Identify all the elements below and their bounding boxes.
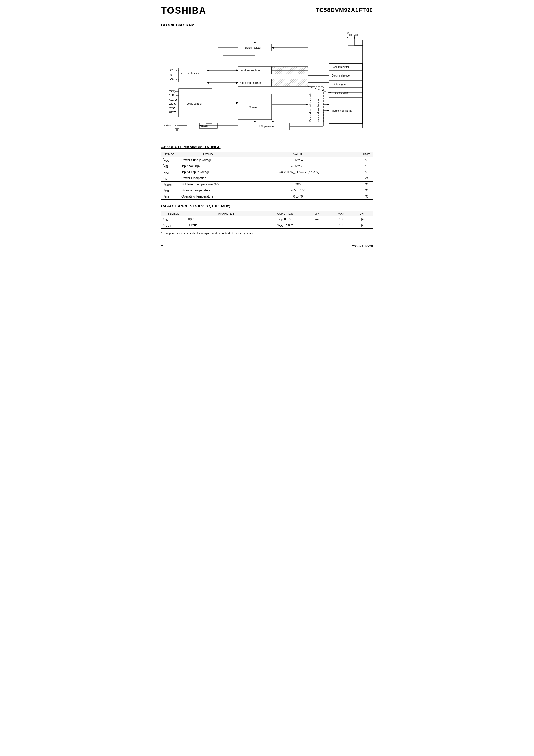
- svg-point-42: [175, 124, 177, 126]
- unit-pd: W: [360, 175, 373, 181]
- table-row: Tstg Storage Temperature −55 to 150 °C: [161, 187, 373, 193]
- symbol-topr: Topr: [161, 193, 179, 199]
- svg-text:RY/BY: RY/BY: [164, 124, 171, 127]
- rating-pd: Power Dissipation: [179, 175, 236, 181]
- svg-text:Command register: Command register: [240, 81, 262, 84]
- svg-text:Address register: Address register: [241, 69, 260, 72]
- value-tsolder: 260: [236, 181, 360, 187]
- svg-text:Status register: Status register: [245, 46, 261, 49]
- svg-text:Column buffer: Column buffer: [333, 66, 349, 68]
- svg-text:Data register: Data register: [333, 83, 348, 86]
- table-row: Tsolder Soldering Temperature (10s) 260 …: [161, 181, 373, 187]
- svg-text:CLE: CLE: [169, 94, 174, 97]
- value-vin: −0.6 to 4.6: [236, 163, 360, 169]
- svg-text:I/O Control circuit: I/O Control circuit: [180, 72, 199, 75]
- cap-unit-cin: pF: [353, 216, 373, 222]
- unit-topr: °C: [360, 193, 373, 199]
- table-row: VCC Power Supply Voltage −0.6 to 4.6 V: [161, 157, 373, 163]
- unit-vcc: V: [360, 157, 373, 163]
- block-diagram: VCC VSS I/O1 to I/O8 I/O Control circuit…: [161, 30, 373, 138]
- cap-max-cin: 10: [329, 216, 353, 222]
- value-topr: 0 to 70: [236, 193, 360, 199]
- cap-symbol-cin: CIN: [161, 216, 185, 222]
- table-row: COUT Output VOUT = 0 V — 10 pF: [161, 222, 373, 228]
- cap-col-parameter: PARAMETER: [185, 211, 265, 216]
- rating-tstg: Storage Temperature: [179, 187, 236, 193]
- cap-param-cin: Input: [185, 216, 265, 222]
- svg-text:HV generator: HV generator: [259, 125, 275, 128]
- cap-cond-cout: VOUT = 0 V: [265, 222, 305, 228]
- cap-col-symbol: SYMB0L: [161, 211, 185, 216]
- rating-vio: Input/Output Voltage: [179, 169, 236, 175]
- svg-text:WE: WE: [169, 102, 173, 105]
- svg-text:Row address decoder: Row address decoder: [317, 99, 320, 122]
- svg-text:I/O1: I/O1: [169, 69, 174, 72]
- svg-text:Control: Control: [249, 106, 257, 109]
- page-header: TOSHIBA TC58DVM92A1FT00: [161, 5, 373, 18]
- unit-vin: V: [360, 163, 373, 169]
- footer-date: 2003- 1 10-28: [352, 244, 373, 248]
- svg-text:Logic control: Logic control: [187, 102, 201, 105]
- svg-text:I/O8: I/O8: [169, 78, 174, 81]
- svg-text:RE: RE: [169, 107, 173, 109]
- cap-col-unit: UNIT: [353, 211, 373, 216]
- value-vio: −0.6 V to VCC + 0.3 V (≤ 4.6 V): [236, 169, 360, 175]
- symbol-tsolder: Tsolder: [161, 181, 179, 187]
- col-value: VALUE: [236, 152, 360, 157]
- svg-point-18: [174, 91, 175, 92]
- svg-text:to: to: [170, 73, 173, 76]
- unit-tstg: °C: [360, 187, 373, 193]
- cap-min-cin: —: [305, 216, 329, 222]
- symbol-vio: VI/O: [161, 169, 179, 175]
- svg-text:Memory cell array: Memory cell array: [332, 109, 352, 112]
- abs-max-table: SYMBOL RATING VALUE UNIT VCC Power Suppl…: [161, 151, 373, 200]
- rating-vin: Input Voltage: [179, 163, 236, 169]
- col-unit: UNIT: [360, 152, 373, 157]
- cap-min-cout: —: [305, 222, 329, 228]
- svg-point-25: [175, 99, 176, 100]
- rating-topr: Operating Temperature: [179, 193, 236, 199]
- svg-point-32: [174, 107, 175, 109]
- value-tstg: −55 to 150: [236, 187, 360, 193]
- svg-text:Column decoder: Column decoder: [332, 74, 351, 77]
- svg-text:WP: WP: [169, 111, 173, 114]
- table-row: CIN Input VIN = 0 V — 10 pF: [161, 216, 373, 222]
- table-row: PD Power Dissipation 0.3 W: [161, 175, 373, 181]
- cap-max-cout: 10: [329, 222, 353, 228]
- company-logo: TOSHIBA: [161, 5, 206, 16]
- cap-symbol-cout: COUT: [161, 222, 185, 228]
- symbol-vcc: VCC: [161, 157, 179, 163]
- svg-text:ALE: ALE: [169, 98, 174, 101]
- cap-condition: *(Ta = 25°C, f = 1 MHz): [190, 204, 230, 208]
- symbol-pd: PD: [161, 175, 179, 181]
- svg-point-36: [174, 111, 176, 113]
- abs-max-title: ABSOLUTE MAXIMUM RATINGS: [161, 145, 373, 149]
- cap-col-min: MIN: [305, 211, 329, 216]
- table-row: VI/O Input/Output Voltage −0.6 V to VCC …: [161, 169, 373, 175]
- page-footer: 2 2003- 1 10-28: [161, 243, 373, 248]
- col-symbol: SYMBOL: [161, 152, 179, 157]
- footnote: * This parameter is periodically sampled…: [161, 232, 373, 235]
- svg-rect-59: [272, 79, 308, 86]
- cap-col-condition: CONDITION: [265, 211, 305, 216]
- cap-param-cout: Output: [185, 222, 265, 228]
- svg-rect-14: [178, 68, 207, 82]
- svg-point-9: [176, 69, 178, 71]
- table-row: VIN Input Voltage −0.6 to 4.6 V: [161, 163, 373, 169]
- block-diagram-title: BLOCK DIAGRAM: [161, 23, 373, 27]
- part-number: TC58DVM92A1FT00: [316, 5, 373, 14]
- svg-text:Row address buffer decoder: Row address buffer decoder: [309, 92, 311, 122]
- table-row: Topr Operating Temperature 0 to 70 °C: [161, 193, 373, 199]
- rating-vcc: Power Supply Voltage: [179, 157, 236, 163]
- cap-cond-cin: VIN = 0 V: [265, 216, 305, 222]
- col-rating: RATING: [179, 152, 236, 157]
- diagram-svg: VCC VSS I/O1 to I/O8 I/O Control circuit…: [161, 30, 373, 138]
- svg-text:CE: CE: [169, 90, 173, 93]
- value-pd: 0.3: [236, 175, 360, 181]
- cap-word: CAPACITANCE: [161, 204, 189, 208]
- rating-tsolder: Soldering Temperature (10s): [179, 181, 236, 187]
- symbol-tstg: Tstg: [161, 187, 179, 193]
- cap-table: SYMB0L PARAMETER CONDITION MIN MAX UNIT …: [161, 211, 373, 229]
- unit-tsolder: °C: [360, 181, 373, 187]
- footer-page-number: 2: [161, 244, 163, 248]
